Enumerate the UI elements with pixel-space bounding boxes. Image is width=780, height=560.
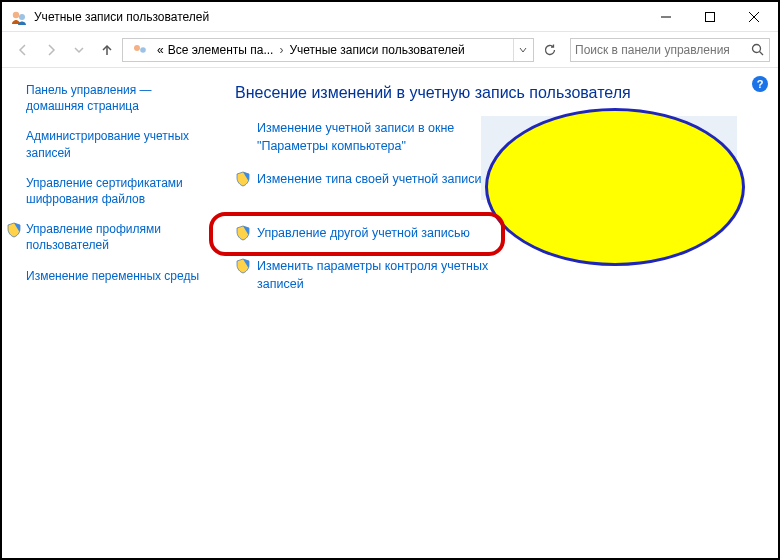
task-label: Управление другой учетной записью [257, 225, 470, 243]
control-panel-icon [131, 41, 149, 59]
task-change-in-settings[interactable]: Изменение учетной записи в окне "Парамет… [235, 120, 760, 155]
svg-point-0 [13, 11, 19, 17]
content-area: ? Панель управления — домашняя страница … [2, 68, 778, 558]
task-manage-another-account[interactable]: Управление другой учетной записью [235, 225, 760, 243]
address-history-dropdown[interactable] [513, 39, 531, 61]
address-root-prefix: « [157, 43, 164, 57]
shield-icon [6, 222, 22, 238]
sidebar-item-manage-profiles[interactable]: Управление профилями пользователей [6, 221, 205, 253]
app-icon [10, 8, 28, 26]
svg-line-10 [759, 52, 763, 56]
search-button[interactable] [745, 39, 769, 61]
chevron-right-icon[interactable]: › [277, 43, 285, 57]
close-button[interactable] [732, 3, 776, 31]
search-input[interactable] [571, 43, 745, 57]
task-change-account-type[interactable]: Изменение типа своей учетной записи [235, 171, 760, 189]
up-button[interactable] [94, 37, 120, 63]
shield-icon [235, 258, 251, 274]
sidebar-item-label: Управление профилями пользователей [26, 221, 205, 253]
sidebar-item-manage-certs[interactable]: Управление сертификатами шифрования файл… [26, 175, 205, 207]
sidebar-item-admin-accounts[interactable]: Администрирование учетных записей [26, 128, 205, 160]
svg-point-8 [140, 47, 146, 53]
svg-rect-3 [706, 12, 715, 21]
forward-button[interactable] [38, 37, 64, 63]
breadcrumb-1[interactable]: Все элементы па... [168, 43, 274, 57]
refresh-button[interactable] [538, 38, 562, 62]
task-label: Изменить параметры контроля учетных запи… [257, 258, 537, 293]
window: Учетные записи пользователей « Все элеме… [0, 0, 780, 560]
maximize-button[interactable] [688, 3, 732, 31]
control-panel-home-link[interactable]: Панель управления — домашняя страница [26, 82, 205, 114]
task-label: Изменение типа своей учетной записи [257, 171, 481, 189]
navbar: « Все элементы па... › Учетные записи по… [2, 32, 778, 68]
main-panel: Внесение изменений в учетную запись поль… [217, 68, 778, 558]
minimize-button[interactable] [644, 3, 688, 31]
back-button[interactable] [10, 37, 36, 63]
svg-point-9 [752, 45, 760, 53]
svg-point-7 [134, 45, 140, 51]
task-label: Изменение учетной записи в окне "Парамет… [257, 120, 517, 155]
window-title: Учетные записи пользователей [34, 10, 644, 24]
shield-icon [235, 171, 251, 187]
svg-point-1 [19, 14, 25, 20]
address-bar[interactable]: « Все элементы па... › Учетные записи по… [122, 38, 534, 62]
page-heading: Внесение изменений в учетную запись поль… [235, 84, 760, 102]
task-change-uac[interactable]: Изменить параметры контроля учетных запи… [235, 258, 760, 293]
sidebar: Панель управления — домашняя страница Ад… [2, 68, 217, 558]
titlebar: Учетные записи пользователей [2, 2, 778, 32]
shield-icon [235, 225, 251, 241]
recent-locations-button[interactable] [66, 37, 92, 63]
breadcrumb-2[interactable]: Учетные записи пользователей [289, 43, 464, 57]
sidebar-item-env-vars[interactable]: Изменение переменных среды [26, 268, 205, 284]
search-box[interactable] [570, 38, 770, 62]
